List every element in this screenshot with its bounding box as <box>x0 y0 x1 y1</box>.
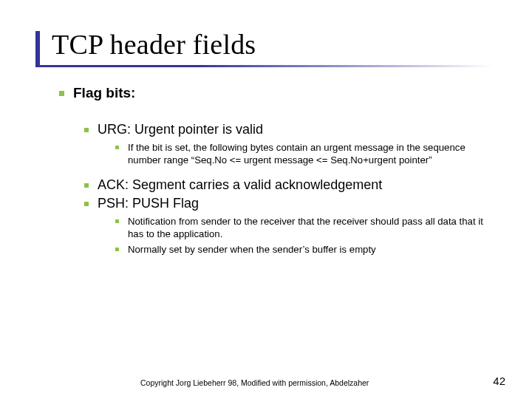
title-area: TCP header fields <box>0 0 532 61</box>
flag-psh: PSH: PUSH Flag Notification from sender … <box>84 196 494 256</box>
flag-psh-note-1: Normally set by sender when the sender’s… <box>128 244 376 256</box>
flag-psh-notes: Notification from sender to the receiver… <box>115 216 494 256</box>
bullet-icon <box>115 146 119 149</box>
title-accent-bar <box>35 31 40 66</box>
copyright-text: Copyright Jorg Liebeherr 98, Modified wi… <box>140 378 369 387</box>
slide: TCP header fields Flag bits: URG: Urgent… <box>0 0 532 399</box>
flag-urg: URG: Urgent pointer is valid If the bit … <box>84 122 494 167</box>
flag-psh-desc: PUSH Flag <box>129 196 199 211</box>
bullet-icon <box>84 202 89 206</box>
flag-urg-line: URG: Urgent pointer is valid <box>98 122 263 137</box>
flag-ack: ACK: Segment carries a valid acknowledge… <box>84 177 494 193</box>
bullet-icon <box>84 128 89 132</box>
bullet-icon <box>115 219 119 223</box>
flag-psh-line: PSH: PUSH Flag <box>98 196 199 211</box>
flag-bits-label: Flag bits: <box>73 85 135 101</box>
flag-psh-label: PSH: <box>98 196 129 211</box>
flag-ack-label: ACK: <box>98 177 129 192</box>
flag-ack-line: ACK: Segment carries a valid acknowledge… <box>98 177 382 193</box>
list-item: Normally set by sender when the sender’s… <box>115 244 494 256</box>
slide-body: Flag bits: URG: Urgent pointer is valid … <box>0 67 532 256</box>
list-item: Notification from sender to the receiver… <box>115 216 494 241</box>
flag-psh-note-0: Notification from sender to the receiver… <box>128 216 494 241</box>
flag-urg-note-0: If the bit is set, the following bytes c… <box>128 142 494 167</box>
list-item: If the bit is set, the following bytes c… <box>115 142 494 167</box>
bullet-icon <box>84 183 89 188</box>
flag-urg-notes: If the bit is set, the following bytes c… <box>115 142 494 167</box>
flag-ack-desc: Segment carries a valid acknowledgement <box>129 177 382 192</box>
flag-urg-label: URG: <box>98 122 131 137</box>
bullet-flag-bits: Flag bits: URG: Urgent pointer is valid … <box>59 85 494 256</box>
bullet-icon <box>115 248 119 251</box>
page-number: 42 <box>493 375 505 387</box>
slide-title: TCP header fields <box>52 28 532 61</box>
flag-urg-desc: Urgent pointer is valid <box>131 122 263 137</box>
bullet-icon <box>59 91 64 96</box>
